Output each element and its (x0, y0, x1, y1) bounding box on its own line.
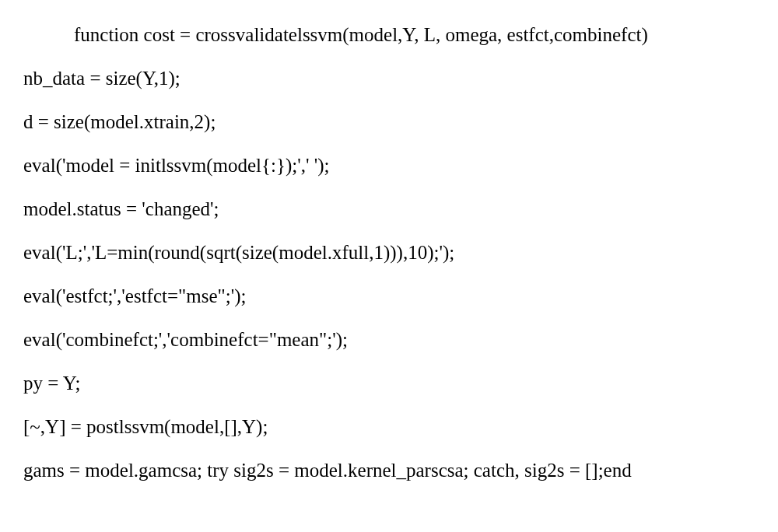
code-line: eval('L;','L=min(round(sqrt(size(model.x… (23, 241, 755, 264)
code-line: nb_data = size(Y,1); (23, 67, 755, 90)
code-line: eval('model = initlssvm(model{:});',' ')… (23, 154, 755, 177)
code-line: eval('estfct;','estfct="mse";'); (23, 285, 755, 308)
code-line: eval('combinefct;','combinefct="mean";')… (23, 328, 755, 352)
code-line: gams = model.gamcsa; try sig2s = model.k… (23, 459, 755, 482)
code-line: d = size(model.xtrain,2); (23, 110, 755, 134)
code-line: [~,Y] = postlssvm(model,[],Y); (23, 415, 755, 439)
code-line: py = Y; (23, 372, 755, 395)
code-line: model.status = 'changed'; (23, 198, 755, 221)
code-line-function: function cost = crossvalidatelssvm(model… (23, 23, 755, 47)
